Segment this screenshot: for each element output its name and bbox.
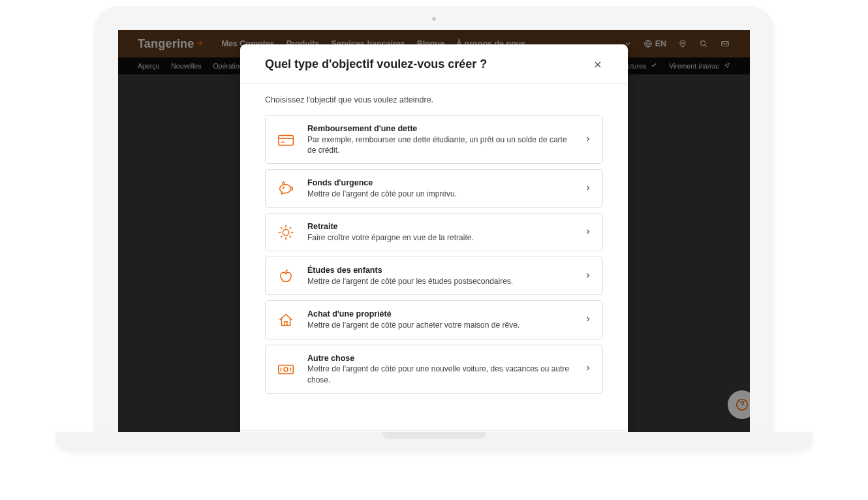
option-other[interactable]: Autre chose Mettre de l'argent de côté p… <box>265 345 603 394</box>
chevron-right-icon <box>584 314 592 326</box>
option-text: Fonds d'urgence Mettre de l'argent de cô… <box>307 178 572 199</box>
option-debt[interactable]: Remboursement d'une dette Par exemple, r… <box>265 115 603 164</box>
screen: Tangerine Mes Comptes Produits Services … <box>118 30 750 432</box>
option-text: Remboursement d'une dette Par exemple, r… <box>307 123 572 155</box>
option-desc: Mettre de l'argent de côté pour une nouv… <box>307 364 572 384</box>
laptop-notch <box>382 432 486 439</box>
modal-overlay[interactable]: Quel type d'objectif voulez-vous créer ?… <box>118 30 750 432</box>
option-list: Remboursement d'une dette Par exemple, r… <box>265 115 603 394</box>
option-text: Autre chose Mettre de l'argent de côté p… <box>307 353 572 385</box>
camera-dot <box>432 17 436 21</box>
option-title: Retraite <box>307 221 572 232</box>
modal-header: Quel type d'objectif voulez-vous créer ? <box>240 44 628 84</box>
laptop-base <box>55 432 813 450</box>
svg-point-9 <box>284 367 288 371</box>
svg-rect-5 <box>279 135 294 145</box>
money-icon <box>276 359 296 379</box>
chevron-right-icon <box>584 183 592 195</box>
option-text: Retraite Faire croître votre épargne en … <box>307 221 572 243</box>
option-title: Fonds d'urgence <box>307 178 572 189</box>
chevron-right-icon <box>584 134 592 146</box>
option-retirement[interactable]: Retraite Faire croître votre épargne en … <box>265 213 603 251</box>
option-desc: Faire croître votre épargne en vue de la… <box>307 232 572 243</box>
house-icon <box>276 310 296 330</box>
option-desc: Mettre de l'argent de côté pour acheter … <box>307 320 572 330</box>
sun-icon <box>276 223 296 242</box>
option-desc: Mettre de l'argent de côté pour un impré… <box>307 189 572 199</box>
option-education[interactable]: Études des enfants Mettre de l'argent de… <box>265 257 603 295</box>
modal-title: Quel type d'objectif voulez-vous créer ? <box>265 57 593 71</box>
option-title: Études des enfants <box>307 265 572 276</box>
card-icon <box>276 130 296 149</box>
option-desc: Par exemple, rembourser une dette étudia… <box>307 134 572 155</box>
apple-icon <box>276 266 296 286</box>
option-title: Autre chose <box>307 353 572 364</box>
option-property[interactable]: Achat d'une propriété Mettre de l'argent… <box>265 300 603 339</box>
svg-point-7 <box>283 229 288 235</box>
laptop-frame: Tangerine Mes Comptes Produits Services … <box>0 0 868 500</box>
chevron-right-icon <box>584 227 592 238</box>
goal-type-modal: Quel type d'objectif voulez-vous créer ?… <box>240 44 628 432</box>
close-button[interactable] <box>593 59 603 70</box>
option-text: Études des enfants Mettre de l'argent de… <box>307 265 572 287</box>
svg-point-6 <box>283 187 284 189</box>
laptop-bezel: Tangerine Mes Comptes Produits Services … <box>95 7 773 432</box>
chevron-right-icon <box>584 270 592 282</box>
chevron-right-icon <box>584 363 592 375</box>
modal-subtext: Choisissez l'objectif que vous voulez at… <box>265 95 603 104</box>
option-text: Achat d'une propriété Mettre de l'argent… <box>307 309 572 330</box>
modal-body: Choisissez l'objectif que vous voulez at… <box>240 84 628 398</box>
option-desc: Mettre de l'argent de côté pour les étud… <box>307 276 572 287</box>
option-emergency[interactable]: Fonds d'urgence Mettre de l'argent de cô… <box>265 169 603 208</box>
piggy-icon <box>276 179 296 198</box>
option-title: Remboursement d'une dette <box>307 123 572 134</box>
option-title: Achat d'une propriété <box>307 309 572 320</box>
